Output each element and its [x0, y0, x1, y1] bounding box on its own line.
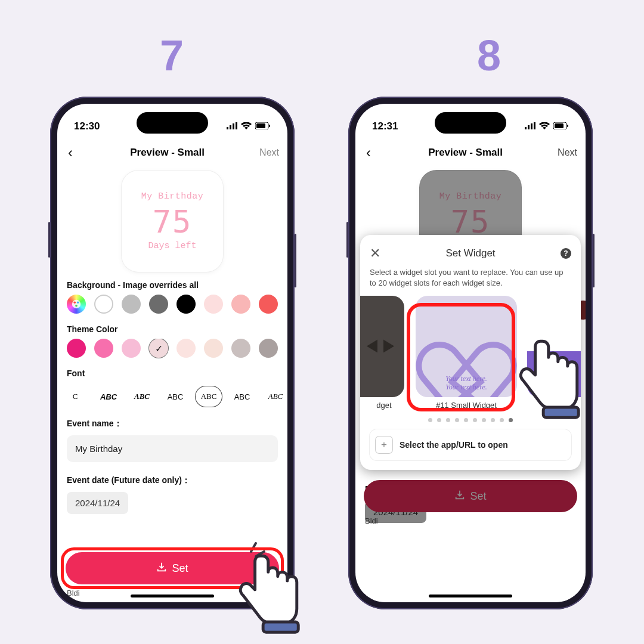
phone-frame-step7: 12:30 ‹ Preview - Small Next My Birthday…	[50, 97, 295, 609]
palette-picker-icon[interactable]	[67, 295, 86, 314]
event-date-input[interactable]: 2024/11/24	[67, 492, 128, 514]
svg-rect-19	[543, 407, 578, 417]
theme-swatches	[57, 339, 287, 366]
bg-swatch-black[interactable]	[177, 295, 196, 314]
theme-swatch-5[interactable]	[177, 339, 196, 358]
bg-swatch-gray1[interactable]	[122, 295, 141, 314]
event-name-input[interactable]: My Birthday	[67, 435, 278, 462]
hand-pointer-icon	[230, 549, 308, 644]
help-icon[interactable]: ?	[561, 248, 571, 259]
svg-rect-6	[269, 125, 270, 127]
widget-slot-11[interactable]: Your text here. Your text here. #11 Smal…	[413, 296, 520, 410]
modal-title: Set Widget	[445, 247, 495, 259]
svg-rect-11	[263, 622, 298, 632]
svg-rect-1	[230, 125, 231, 129]
select-app-url-row[interactable]: + Select the app/URL to open	[370, 429, 571, 460]
svg-rect-18	[567, 125, 568, 127]
hand-pointer-icon	[510, 334, 588, 432]
svg-rect-15	[534, 122, 535, 129]
nav-bar: ‹ Preview - Small Next	[57, 138, 287, 167]
battery-icon	[553, 120, 569, 132]
event-name-label: Event name：	[57, 415, 287, 435]
svg-rect-12	[525, 127, 527, 129]
theme-label: Theme Color	[57, 322, 287, 339]
cellular-icon	[525, 120, 535, 132]
svg-rect-14	[531, 123, 532, 129]
svg-rect-5	[256, 123, 265, 128]
theme-swatch-8[interactable]	[259, 339, 278, 358]
widget-title: My Birthday	[141, 191, 204, 202]
dynamic-island	[435, 112, 506, 134]
download-icon	[454, 490, 465, 503]
clipped-text: Bldi	[67, 589, 80, 597]
battery-icon	[255, 120, 271, 132]
theme-swatch-6[interactable]	[204, 339, 223, 358]
event-date-label: Event date (Future date only)：	[57, 472, 287, 492]
svg-rect-13	[528, 125, 530, 129]
slot-prev-caption: dget	[376, 401, 391, 410]
page-title: Preview - Small	[428, 147, 503, 159]
font-option-1[interactable]: C	[62, 386, 88, 407]
modal-description: Select a widget slot you want to replace…	[370, 267, 571, 289]
svg-point-9	[77, 302, 79, 304]
widget-title: My Birthday	[439, 191, 502, 202]
font-option-6[interactable]: ABC	[229, 386, 255, 407]
svg-point-10	[75, 305, 78, 307]
widget-preview: My Birthday 75 Days left	[122, 171, 223, 272]
widget-number: 75	[451, 204, 491, 240]
heart-icon	[434, 317, 499, 376]
set-button[interactable]: Set	[364, 480, 577, 512]
theme-swatch-2[interactable]	[94, 339, 113, 358]
home-indicator	[429, 595, 512, 597]
svg-rect-2	[233, 123, 234, 129]
set-button-label: Set	[172, 562, 188, 575]
widget-slot-prev[interactable]: dget	[363, 296, 405, 410]
slot-main-caption: #11 Small Widget	[436, 401, 497, 410]
font-option-7[interactable]: ABC	[262, 386, 287, 407]
bow-icon	[367, 337, 394, 356]
slot-preview-text: Your text here. Your text here.	[416, 374, 517, 392]
font-option-3[interactable]: ABC	[129, 386, 155, 407]
svg-rect-3	[236, 122, 237, 129]
font-option-4[interactable]: ABC	[162, 386, 188, 407]
nav-bar: ‹ Preview - Small Next	[355, 138, 586, 167]
widget-number: 75	[153, 204, 193, 240]
back-button[interactable]: ‹	[364, 144, 373, 161]
back-button[interactable]: ‹	[66, 144, 75, 161]
bg-swatch-white[interactable]	[94, 295, 113, 314]
wifi-icon	[539, 120, 550, 132]
theme-swatch-3[interactable]	[122, 339, 141, 358]
font-option-2[interactable]: ABC	[95, 386, 122, 407]
next-button[interactable]: Next	[558, 147, 577, 158]
bg-swatch-red[interactable]	[259, 295, 278, 314]
select-app-url-label: Select the app/URL to open	[400, 440, 508, 450]
step-number-7: 7	[160, 31, 184, 80]
widget-subtitle: Days left	[148, 241, 196, 251]
page-title: Preview - Small	[130, 147, 205, 159]
svg-rect-0	[227, 127, 228, 129]
plus-icon: +	[376, 436, 392, 453]
next-button[interactable]: Next	[259, 147, 279, 158]
clipped-text: Bldi	[365, 516, 378, 525]
bg-swatch-pink1[interactable]	[204, 295, 223, 314]
bg-swatch-gray2[interactable]	[149, 295, 168, 314]
svg-rect-17	[555, 123, 564, 128]
svg-point-8	[74, 302, 76, 304]
theme-swatch-1[interactable]	[67, 339, 86, 358]
svg-point-7	[72, 300, 80, 308]
wifi-icon	[241, 120, 252, 132]
set-button-label: Set	[470, 490, 486, 503]
close-icon[interactable]: ✕	[370, 246, 380, 261]
background-label: Background - Image overrides all	[57, 278, 287, 295]
step-number-8: 8	[477, 31, 501, 80]
dynamic-island	[137, 112, 208, 134]
status-time: 12:31	[372, 120, 398, 132]
font-row: C ABC ABC ABC ABC ABC ABC ABC AB	[57, 383, 287, 415]
theme-swatch-7[interactable]	[231, 339, 250, 358]
font-label: Font	[57, 366, 287, 383]
status-time: 12:30	[74, 120, 100, 132]
bg-swatch-pink2[interactable]	[231, 295, 250, 314]
theme-swatch-4-selected[interactable]	[149, 339, 168, 358]
font-option-5-selected[interactable]: ABC	[196, 386, 222, 407]
home-indicator	[131, 595, 214, 597]
